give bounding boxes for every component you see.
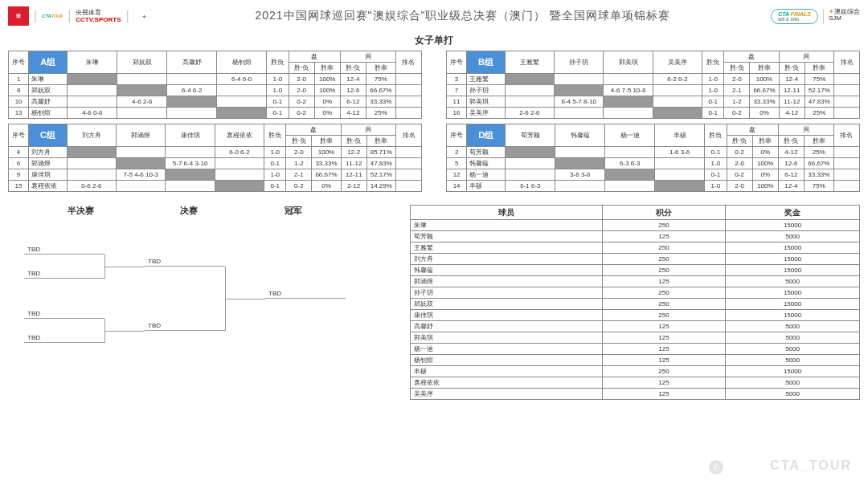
group-row: 11郭美琪6-4 5-7 8-100-11-233.33%11-1247.83%: [447, 96, 860, 108]
watermark: CTA_TOUR: [770, 458, 852, 473]
group-table: 序号A组朱琳郑妩双高馨妤杨钊煊胜负盘局排名胜·负胜率胜·负胜率1朱琳6-4 6-…: [8, 51, 422, 119]
player-name: 孙子玥: [467, 85, 506, 96]
player-name: 荀芳颖: [467, 147, 506, 158]
score-cell: [167, 96, 217, 108]
player-name: 韩馨蕴: [467, 158, 506, 169]
player-name: 高馨妤: [29, 96, 68, 108]
score-cell: [605, 169, 655, 181]
header: 球| CTATOUR| 央视体育CCTV.SPORTS| ✦ 2021中国网球巡…: [0, 0, 868, 32]
player-name: 郑妩双: [29, 85, 68, 96]
player-name: 朱琳: [29, 74, 68, 85]
score-cell: [166, 181, 215, 192]
prize-row: 杨钊煊1255000: [411, 355, 860, 366]
score-cell: 6-4 6-0: [217, 74, 267, 85]
group-row: 16吴美序2-6 2-60-10-20%4-1225%: [447, 108, 860, 119]
score-cell: [506, 169, 555, 181]
col-seq: 序号: [447, 124, 467, 147]
col-player: 丰硕: [655, 124, 705, 147]
wechat-icon: ✆: [709, 460, 723, 475]
prize-row: 郭涵煜1255000: [411, 276, 860, 287]
score-cell: 5-7 6-4 3-10: [166, 158, 215, 169]
prize-row: 郭美琪1255000: [411, 332, 860, 344]
col-prize: 奖金: [726, 206, 860, 220]
player-name: 丰硕: [467, 181, 506, 192]
col-game: 局: [779, 51, 833, 63]
score-cell: [655, 169, 705, 181]
group-row: 3王雅繁6-2 6-21-02-0100%12-475%: [447, 74, 860, 85]
logo-org: 球: [8, 6, 29, 26]
group-row: 9康佳琪7-5 4-6 10-31-02-166.67%12-1152.17%: [9, 169, 422, 181]
player-name: 杨钊煊: [29, 108, 68, 119]
prize-row: 刘方舟25015000: [411, 254, 860, 265]
score-cell: [655, 181, 705, 192]
col-game: 局: [340, 51, 395, 63]
bottom-section: 半决赛 决赛 冠军 TBD TBD TBD TBD TBD TBD TBD 球员…: [0, 205, 868, 405]
col-seq: 序号: [9, 51, 29, 74]
player-name: 杨一迪: [467, 169, 506, 181]
col-seq: 序号: [9, 124, 29, 147]
subtitle: 女子单打: [0, 34, 868, 47]
sf-slot: TBD: [24, 333, 104, 343]
score-cell: 6-0 6-2: [215, 147, 264, 158]
col-rank: 排名: [395, 51, 421, 74]
col-player: 球员: [411, 206, 603, 220]
score-cell: [68, 96, 117, 108]
score-cell: [555, 85, 604, 96]
col-player: 吴美序: [653, 51, 702, 74]
group-name: D组: [467, 124, 506, 147]
score-cell: [67, 147, 116, 158]
col-set: 盘: [724, 51, 779, 63]
score-cell: 0-6 2-6: [67, 181, 116, 192]
group-table: 序号D组荀芳颖韩馨蕴杨一迪丰硕胜负盘局排名胜·负胜率胜·负胜率2荀芳颖1-6 3…: [446, 124, 860, 192]
score-cell: [604, 108, 653, 119]
group-name: B组: [467, 51, 506, 74]
score-cell: [605, 147, 655, 158]
score-cell: [217, 108, 267, 119]
score-cell: [117, 147, 166, 158]
score-cell: [555, 181, 605, 192]
col-rank: 排名: [396, 124, 422, 147]
player-name: 王雅繁: [467, 74, 506, 85]
score-cell: [217, 96, 267, 108]
col-rank: 排名: [833, 124, 859, 147]
logo-cta: CTATOUR: [42, 6, 63, 26]
prize-row: 袁程依依1255000: [411, 377, 860, 389]
col-player: 郑妩双: [117, 51, 167, 74]
prize-row: 荀芳颖1255000: [411, 231, 860, 242]
col-set: 盘: [289, 51, 340, 63]
score-cell: 4-6 2-6: [117, 96, 167, 108]
col-game: 局: [341, 124, 395, 136]
col-player: 袁程依依: [215, 124, 264, 147]
col-set: 盘: [727, 124, 778, 136]
score-cell: [555, 74, 604, 85]
prize-row: 杨一迪1255000: [411, 344, 860, 355]
score-cell: 2-6 2-6: [505, 108, 554, 119]
col-player: 刘方舟: [67, 124, 116, 147]
col-wl: 胜负: [264, 124, 286, 147]
group-row: 12杨一迪3-6 3-60-10-20%6-1233.33%: [447, 169, 860, 181]
prize-row: 高馨妤1255000: [411, 321, 860, 332]
page-title: 2021中国网球巡回赛"澳娱综合"职业级总决赛（澳门） 暨全国网球单项锦标赛: [155, 9, 772, 23]
score-cell: [117, 181, 166, 192]
score-cell: 3-6 3-6: [555, 169, 605, 181]
group-row: 7孙子玥4-6 7-5 10-81-02-166.67%12-1152.17%: [447, 85, 860, 96]
prize-row: 郑妩双25015000: [411, 299, 860, 310]
logo-cta-finals: CTA FINALS800 & 1000: [771, 9, 818, 24]
label-champion: 冠军: [285, 205, 302, 217]
player-name: 康佳琪: [29, 169, 68, 181]
col-wl: 胜负: [267, 51, 289, 74]
score-cell: [505, 74, 554, 85]
f-slot: TBD: [145, 257, 225, 267]
group-table: 序号B组王雅繁孙子玥郭美琪吴美序胜负盘局排名胜·负胜率胜·负胜率3王雅繁6-2 …: [446, 51, 860, 119]
prize-row: 吴美序1255000: [411, 389, 860, 400]
group-table: 序号C组刘方舟郭涵煜康佳琪袁程依依胜负盘局排名胜·负胜率胜·负胜率4刘方舟6-0…: [8, 124, 422, 192]
player-name: 郭美琪: [467, 96, 506, 108]
score-cell: [605, 181, 655, 192]
score-cell: 6-1 6-3: [506, 181, 555, 192]
group-row: 2荀芳颖1-6 3-60-10-20%4-1225%: [447, 147, 860, 158]
score-cell: 4-6 7-5 10-8: [604, 85, 653, 96]
score-cell: [217, 85, 267, 96]
score-cell: [215, 169, 264, 181]
prize-row: 丰硕25015000: [411, 366, 860, 377]
score-cell: [555, 108, 604, 119]
